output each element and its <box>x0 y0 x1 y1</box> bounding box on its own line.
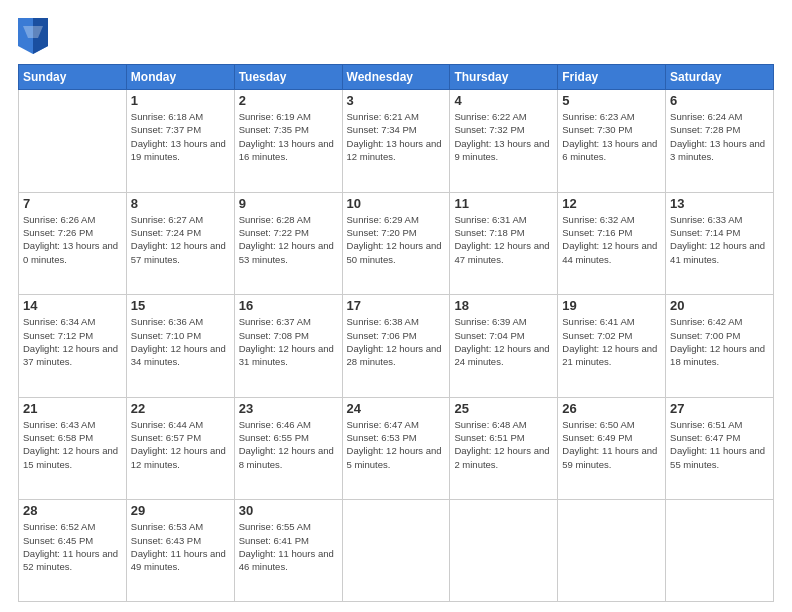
weekday-header: Wednesday <box>342 65 450 90</box>
day-cell: 4Sunrise: 6:22 AMSunset: 7:32 PMDaylight… <box>450 90 558 193</box>
day-cell: 8Sunrise: 6:27 AMSunset: 7:24 PMDaylight… <box>126 192 234 295</box>
day-cell: 3Sunrise: 6:21 AMSunset: 7:34 PMDaylight… <box>342 90 450 193</box>
day-cell: 2Sunrise: 6:19 AMSunset: 7:35 PMDaylight… <box>234 90 342 193</box>
day-info: Sunrise: 6:37 AMSunset: 7:08 PMDaylight:… <box>239 315 338 368</box>
week-row: 7Sunrise: 6:26 AMSunset: 7:26 PMDaylight… <box>19 192 774 295</box>
day-info: Sunrise: 6:51 AMSunset: 6:47 PMDaylight:… <box>670 418 769 471</box>
day-number: 26 <box>562 401 661 416</box>
day-info: Sunrise: 6:39 AMSunset: 7:04 PMDaylight:… <box>454 315 553 368</box>
day-cell: 10Sunrise: 6:29 AMSunset: 7:20 PMDayligh… <box>342 192 450 295</box>
day-cell <box>666 500 774 602</box>
week-row: 14Sunrise: 6:34 AMSunset: 7:12 PMDayligh… <box>19 295 774 398</box>
header <box>18 18 774 54</box>
day-number: 10 <box>347 196 446 211</box>
day-info: Sunrise: 6:41 AMSunset: 7:02 PMDaylight:… <box>562 315 661 368</box>
day-number: 30 <box>239 503 338 518</box>
day-number: 16 <box>239 298 338 313</box>
day-number: 9 <box>239 196 338 211</box>
day-number: 25 <box>454 401 553 416</box>
day-cell: 21Sunrise: 6:43 AMSunset: 6:58 PMDayligh… <box>19 397 127 500</box>
day-cell <box>558 500 666 602</box>
day-info: Sunrise: 6:38 AMSunset: 7:06 PMDaylight:… <box>347 315 446 368</box>
day-number: 12 <box>562 196 661 211</box>
day-info: Sunrise: 6:48 AMSunset: 6:51 PMDaylight:… <box>454 418 553 471</box>
day-info: Sunrise: 6:23 AMSunset: 7:30 PMDaylight:… <box>562 110 661 163</box>
logo-icon <box>18 18 48 54</box>
day-info: Sunrise: 6:44 AMSunset: 6:57 PMDaylight:… <box>131 418 230 471</box>
day-info: Sunrise: 6:19 AMSunset: 7:35 PMDaylight:… <box>239 110 338 163</box>
day-number: 1 <box>131 93 230 108</box>
day-cell <box>19 90 127 193</box>
day-number: 8 <box>131 196 230 211</box>
day-number: 2 <box>239 93 338 108</box>
day-number: 14 <box>23 298 122 313</box>
day-info: Sunrise: 6:47 AMSunset: 6:53 PMDaylight:… <box>347 418 446 471</box>
day-number: 23 <box>239 401 338 416</box>
day-cell: 14Sunrise: 6:34 AMSunset: 7:12 PMDayligh… <box>19 295 127 398</box>
day-info: Sunrise: 6:52 AMSunset: 6:45 PMDaylight:… <box>23 520 122 573</box>
day-number: 11 <box>454 196 553 211</box>
day-cell: 9Sunrise: 6:28 AMSunset: 7:22 PMDaylight… <box>234 192 342 295</box>
weekday-header: Tuesday <box>234 65 342 90</box>
day-number: 7 <box>23 196 122 211</box>
day-cell: 11Sunrise: 6:31 AMSunset: 7:18 PMDayligh… <box>450 192 558 295</box>
day-cell: 30Sunrise: 6:55 AMSunset: 6:41 PMDayligh… <box>234 500 342 602</box>
week-row: 1Sunrise: 6:18 AMSunset: 7:37 PMDaylight… <box>19 90 774 193</box>
weekday-header: Thursday <box>450 65 558 90</box>
calendar-table: SundayMondayTuesdayWednesdayThursdayFrid… <box>18 64 774 602</box>
day-number: 22 <box>131 401 230 416</box>
page: SundayMondayTuesdayWednesdayThursdayFrid… <box>0 0 792 612</box>
day-number: 24 <box>347 401 446 416</box>
day-number: 28 <box>23 503 122 518</box>
day-number: 6 <box>670 93 769 108</box>
day-info: Sunrise: 6:53 AMSunset: 6:43 PMDaylight:… <box>131 520 230 573</box>
day-cell: 24Sunrise: 6:47 AMSunset: 6:53 PMDayligh… <box>342 397 450 500</box>
day-info: Sunrise: 6:27 AMSunset: 7:24 PMDaylight:… <box>131 213 230 266</box>
day-info: Sunrise: 6:42 AMSunset: 7:00 PMDaylight:… <box>670 315 769 368</box>
day-cell: 20Sunrise: 6:42 AMSunset: 7:00 PMDayligh… <box>666 295 774 398</box>
week-row: 28Sunrise: 6:52 AMSunset: 6:45 PMDayligh… <box>19 500 774 602</box>
day-number: 21 <box>23 401 122 416</box>
day-cell: 13Sunrise: 6:33 AMSunset: 7:14 PMDayligh… <box>666 192 774 295</box>
day-info: Sunrise: 6:21 AMSunset: 7:34 PMDaylight:… <box>347 110 446 163</box>
day-info: Sunrise: 6:36 AMSunset: 7:10 PMDaylight:… <box>131 315 230 368</box>
day-number: 15 <box>131 298 230 313</box>
day-info: Sunrise: 6:22 AMSunset: 7:32 PMDaylight:… <box>454 110 553 163</box>
day-cell: 15Sunrise: 6:36 AMSunset: 7:10 PMDayligh… <box>126 295 234 398</box>
day-info: Sunrise: 6:26 AMSunset: 7:26 PMDaylight:… <box>23 213 122 266</box>
day-number: 17 <box>347 298 446 313</box>
day-cell: 17Sunrise: 6:38 AMSunset: 7:06 PMDayligh… <box>342 295 450 398</box>
day-cell: 22Sunrise: 6:44 AMSunset: 6:57 PMDayligh… <box>126 397 234 500</box>
day-info: Sunrise: 6:32 AMSunset: 7:16 PMDaylight:… <box>562 213 661 266</box>
day-info: Sunrise: 6:55 AMSunset: 6:41 PMDaylight:… <box>239 520 338 573</box>
day-cell: 25Sunrise: 6:48 AMSunset: 6:51 PMDayligh… <box>450 397 558 500</box>
day-number: 18 <box>454 298 553 313</box>
day-number: 29 <box>131 503 230 518</box>
day-cell: 23Sunrise: 6:46 AMSunset: 6:55 PMDayligh… <box>234 397 342 500</box>
weekday-header-row: SundayMondayTuesdayWednesdayThursdayFrid… <box>19 65 774 90</box>
day-info: Sunrise: 6:18 AMSunset: 7:37 PMDaylight:… <box>131 110 230 163</box>
weekday-header: Saturday <box>666 65 774 90</box>
day-cell: 27Sunrise: 6:51 AMSunset: 6:47 PMDayligh… <box>666 397 774 500</box>
day-cell: 7Sunrise: 6:26 AMSunset: 7:26 PMDaylight… <box>19 192 127 295</box>
day-number: 13 <box>670 196 769 211</box>
day-cell <box>450 500 558 602</box>
day-number: 5 <box>562 93 661 108</box>
day-number: 3 <box>347 93 446 108</box>
day-number: 19 <box>562 298 661 313</box>
day-info: Sunrise: 6:50 AMSunset: 6:49 PMDaylight:… <box>562 418 661 471</box>
day-cell: 19Sunrise: 6:41 AMSunset: 7:02 PMDayligh… <box>558 295 666 398</box>
weekday-header: Monday <box>126 65 234 90</box>
day-number: 4 <box>454 93 553 108</box>
day-cell: 16Sunrise: 6:37 AMSunset: 7:08 PMDayligh… <box>234 295 342 398</box>
day-cell: 1Sunrise: 6:18 AMSunset: 7:37 PMDaylight… <box>126 90 234 193</box>
day-cell: 28Sunrise: 6:52 AMSunset: 6:45 PMDayligh… <box>19 500 127 602</box>
day-cell: 18Sunrise: 6:39 AMSunset: 7:04 PMDayligh… <box>450 295 558 398</box>
logo <box>18 18 50 54</box>
day-info: Sunrise: 6:43 AMSunset: 6:58 PMDaylight:… <box>23 418 122 471</box>
day-info: Sunrise: 6:24 AMSunset: 7:28 PMDaylight:… <box>670 110 769 163</box>
day-info: Sunrise: 6:34 AMSunset: 7:12 PMDaylight:… <box>23 315 122 368</box>
day-number: 20 <box>670 298 769 313</box>
weekday-header: Sunday <box>19 65 127 90</box>
day-info: Sunrise: 6:46 AMSunset: 6:55 PMDaylight:… <box>239 418 338 471</box>
